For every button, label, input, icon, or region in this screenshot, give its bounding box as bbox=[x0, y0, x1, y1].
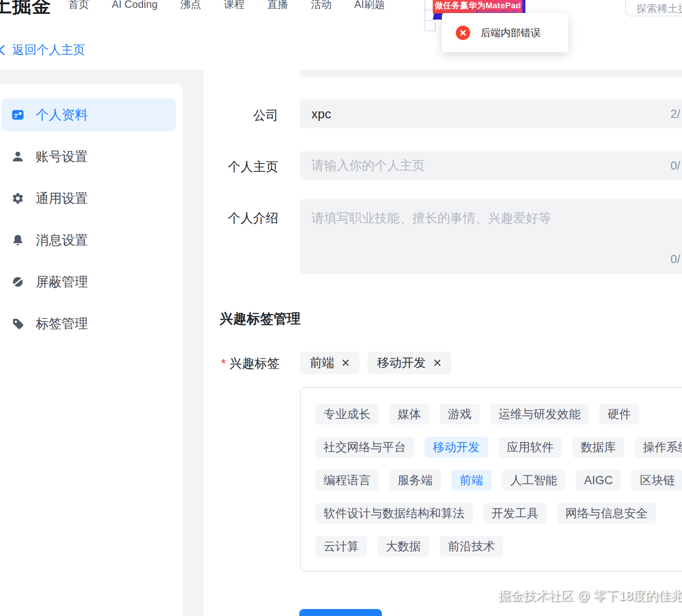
sidebar-item-label: 消息设置 bbox=[36, 231, 88, 249]
homepage-placeholder: 请输入你的个人主页 bbox=[311, 157, 425, 174]
tag-option[interactable]: AIGC bbox=[576, 470, 621, 491]
nav-item-ai-coding[interactable]: AI Coding bbox=[112, 0, 157, 12]
tag-option-selected[interactable]: 前端 bbox=[451, 470, 491, 491]
tag-option[interactable]: 云计算 bbox=[315, 536, 367, 557]
remove-tag-icon[interactable]: ✕ bbox=[341, 358, 350, 368]
tag-option[interactable]: 前沿技术 bbox=[440, 536, 503, 557]
sidebar-item-tags[interactable]: 标签管理 bbox=[2, 307, 176, 340]
intro-textarea[interactable]: 请填写职业技能、擅长的事情、兴趣爱好等 0/ bbox=[300, 199, 682, 274]
sidebar-item-general[interactable]: 通用设置 bbox=[2, 182, 176, 215]
id-card-icon bbox=[11, 108, 24, 121]
nav-item-live[interactable]: 直播 bbox=[267, 0, 288, 12]
profile-form-panel: 公司 xpc 2/ 个人主页 请输入你的个人主页 0/ 个人介绍 请填写职业技能… bbox=[204, 70, 682, 616]
tag-option[interactable]: 操作系统 bbox=[635, 437, 682, 458]
previous-field-partial[interactable] bbox=[300, 70, 682, 77]
error-toast: 后端内部错误 bbox=[442, 13, 568, 52]
juejin-logo[interactable]: 稀土掘金 bbox=[0, 0, 51, 19]
intro-char-counter: 0/ bbox=[670, 253, 680, 266]
search-input[interactable]: 探索稀土掘金 bbox=[625, 0, 682, 17]
homepage-char-counter: 0/ bbox=[670, 159, 680, 172]
community-watermark: 掘金技术社区 @ 零下18度的佳兆业 bbox=[498, 587, 682, 605]
tag-option[interactable]: 数据库 bbox=[572, 437, 624, 458]
selected-tag-chip-frontend[interactable]: 前端 ✕ bbox=[300, 352, 360, 374]
main-nav: 首页 AI Coding 沸点 课程 直播 活动 AI刷题 bbox=[68, 0, 385, 12]
tag-option[interactable]: 应用软件 bbox=[498, 437, 562, 458]
tag-option[interactable]: 人工智能 bbox=[502, 470, 565, 491]
block-icon bbox=[11, 275, 24, 288]
sidebar-item-label: 账号设置 bbox=[36, 148, 88, 166]
tag-option-selected[interactable]: 移动开发 bbox=[425, 437, 488, 458]
error-x-icon bbox=[456, 26, 470, 40]
gear-icon bbox=[11, 192, 24, 205]
sidebar-item-label: 屏蔽管理 bbox=[36, 273, 88, 291]
sidebar-item-account[interactable]: 账号设置 bbox=[2, 140, 176, 173]
tag-option[interactable]: 服务端 bbox=[389, 470, 441, 491]
chip-label: 移动开发 bbox=[377, 355, 426, 371]
sidebar-item-block[interactable]: 屏蔽管理 bbox=[2, 265, 176, 298]
tag-option[interactable]: 专业成长 bbox=[315, 404, 379, 425]
tag-option[interactable]: 大数据 bbox=[378, 536, 429, 557]
sidebar-item-label: 个人资料 bbox=[36, 106, 88, 124]
tag-option[interactable]: 编程语言 bbox=[315, 470, 379, 491]
sidebar-item-label: 通用设置 bbox=[36, 190, 88, 208]
top-navbar: 稀土掘金 首页 AI Coding 沸点 课程 直播 活动 AI刷题 做任务赢华… bbox=[0, 0, 682, 70]
back-link-label: 返回个人主页 bbox=[12, 42, 85, 58]
bell-icon bbox=[11, 234, 24, 247]
company-value: xpc bbox=[311, 107, 331, 121]
tag-icon bbox=[11, 317, 24, 330]
company-label: 公司 bbox=[212, 107, 278, 124]
required-asterisk: * bbox=[221, 356, 226, 370]
tag-option[interactable]: 游戏 bbox=[440, 404, 480, 425]
save-button[interactable] bbox=[299, 609, 382, 616]
nav-item-home[interactable]: 首页 bbox=[68, 0, 89, 12]
tag-option[interactable]: 区块链 bbox=[632, 470, 682, 491]
tag-option[interactable]: 硬件 bbox=[599, 404, 639, 425]
homepage-input[interactable]: 请输入你的个人主页 0/ bbox=[300, 151, 682, 180]
homepage-label: 个人主页 bbox=[212, 158, 278, 176]
sidebar-item-messages[interactable]: 消息设置 bbox=[2, 224, 176, 257]
tag-option[interactable]: 软件设计与数据结构和算法 bbox=[315, 503, 473, 524]
nav-item-pins[interactable]: 沸点 bbox=[180, 0, 201, 12]
back-to-profile-link[interactable]: 返回个人主页 bbox=[0, 42, 85, 58]
tag-option[interactable]: 网络与信息安全 bbox=[557, 503, 656, 524]
intro-placeholder: 请填写职业技能、擅长的事情、兴趣爱好等 bbox=[311, 210, 551, 227]
chip-label: 前端 bbox=[310, 355, 334, 371]
nav-item-courses[interactable]: 课程 bbox=[224, 0, 244, 12]
selected-tag-chip-mobile[interactable]: 移动开发 ✕ bbox=[368, 352, 451, 374]
tag-option[interactable]: 开发工具 bbox=[483, 503, 547, 524]
banner-side-edge bbox=[522, 0, 525, 15]
nav-item-events[interactable]: 活动 bbox=[311, 0, 331, 12]
nav-item-ai-quiz[interactable]: AI刷题 bbox=[354, 0, 385, 12]
chevron-left-icon bbox=[0, 44, 8, 57]
user-icon bbox=[11, 150, 24, 163]
tag-option[interactable]: 运维与研发效能 bbox=[490, 404, 589, 425]
tag-option[interactable]: 社交网络与平台 bbox=[315, 437, 414, 458]
remove-tag-icon[interactable]: ✕ bbox=[433, 358, 442, 368]
sidebar-item-label: 标签管理 bbox=[36, 315, 88, 333]
toast-message: 后端内部错误 bbox=[481, 26, 541, 40]
tag-option[interactable]: 媒体 bbox=[389, 404, 429, 425]
company-input[interactable]: xpc 2/ bbox=[300, 99, 682, 128]
settings-sidebar: 个人资料 账号设置 通用设置 消息设置 bbox=[0, 84, 183, 616]
sidebar-item-profile[interactable]: 个人资料 bbox=[2, 98, 176, 131]
interest-section-title: 兴趣标签管理 bbox=[220, 310, 301, 328]
tag-options-panel: 专业成长 媒体 游戏 运维与研发效能 硬件 社交网络与平台 移动开发 应用软件 … bbox=[300, 387, 682, 572]
interest-field-label: * 兴趣标签 bbox=[221, 355, 280, 372]
promo-banner[interactable]: 做任务赢华为MatePad bbox=[433, 0, 523, 14]
company-char-counter: 2/ bbox=[670, 107, 680, 121]
intro-label: 个人介绍 bbox=[212, 210, 278, 227]
search-placeholder: 探索稀土掘金 bbox=[636, 2, 682, 16]
